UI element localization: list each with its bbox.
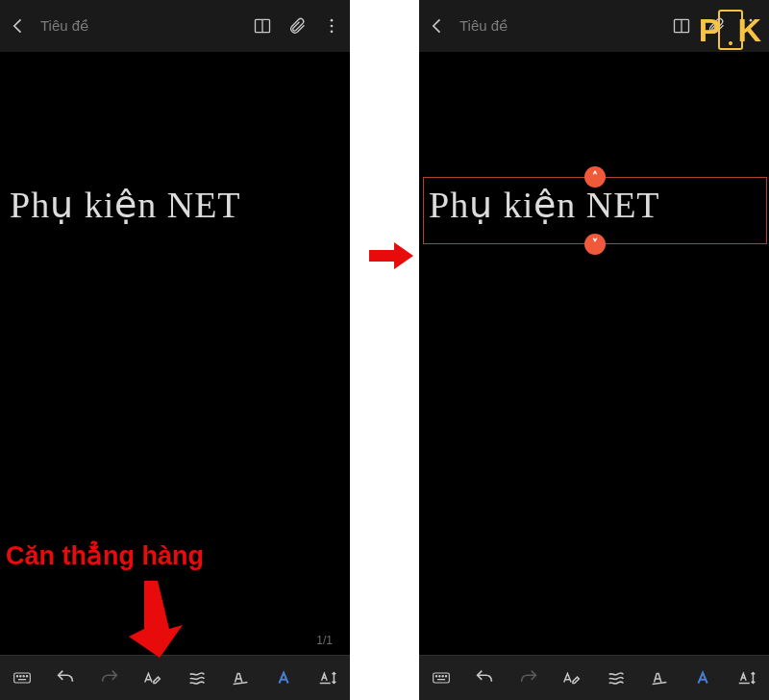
svg-point-9 <box>26 676 27 677</box>
reader-icon[interactable] <box>671 15 692 37</box>
drawing-canvas[interactable]: Phụ kiện NET ˄ ˅ <box>419 52 769 655</box>
svg-marker-27 <box>369 242 413 269</box>
svg-point-3 <box>331 25 334 28</box>
annotation-arrow-down <box>129 581 186 658</box>
note-title[interactable]: Tiêu đề <box>459 17 508 35</box>
slant-text-icon[interactable] <box>645 663 674 692</box>
selection-box[interactable]: ˄ ˅ <box>423 177 767 244</box>
svg-rect-5 <box>14 673 31 683</box>
svg-rect-18 <box>434 673 450 683</box>
note-title[interactable]: Tiêu đề <box>40 17 88 35</box>
paperclip-icon[interactable] <box>286 15 308 37</box>
bottom-toolbar <box>0 655 350 700</box>
redo-icon[interactable] <box>95 663 124 692</box>
keyboard-icon[interactable] <box>8 663 37 692</box>
more-vert-icon[interactable] <box>321 15 342 37</box>
top-bar: Tiêu đề <box>0 0 350 52</box>
svg-point-8 <box>23 676 24 677</box>
keyboard-icon[interactable] <box>427 663 456 692</box>
align-icon[interactable] <box>183 663 211 692</box>
style-a-icon[interactable] <box>689 663 718 692</box>
annotation-arrow-right <box>369 242 413 269</box>
undo-icon[interactable] <box>51 663 80 692</box>
style-a-icon[interactable] <box>270 663 299 692</box>
selection-handle-bottom[interactable]: ˅ <box>584 234 606 255</box>
watermark-badge: P K <box>699 10 761 50</box>
svg-line-24 <box>653 683 667 685</box>
svg-point-20 <box>439 676 440 677</box>
pen-text-icon[interactable] <box>558 663 586 692</box>
back-icon[interactable] <box>8 15 29 37</box>
bottom-toolbar <box>419 655 769 700</box>
comparison-stage: Tiêu đề Phụ kiện NET 1/1 <box>0 0 769 700</box>
annotation-label: Căn thẳng hàng <box>6 540 204 571</box>
back-icon[interactable] <box>427 15 448 37</box>
svg-line-11 <box>234 683 248 685</box>
redo-icon[interactable] <box>514 663 543 692</box>
svg-point-6 <box>16 676 17 677</box>
phone-after: Tiêu đề Phụ kiện NET ˄ ˅ <box>419 0 769 700</box>
svg-point-4 <box>331 31 334 34</box>
selection-handle-top[interactable]: ˄ <box>584 166 606 188</box>
baseline-icon[interactable] <box>313 663 342 692</box>
watermark-phone-icon <box>718 10 743 50</box>
page-indicator: 1/1 <box>316 634 333 647</box>
watermark-p: P <box>699 12 721 49</box>
svg-point-21 <box>442 676 443 677</box>
handwritten-text: Phụ kiện NET <box>10 187 342 223</box>
svg-marker-26 <box>129 581 183 658</box>
pen-text-icon[interactable] <box>138 663 167 692</box>
reader-icon[interactable] <box>252 15 273 37</box>
align-icon[interactable] <box>602 663 631 692</box>
undo-icon[interactable] <box>470 663 499 692</box>
svg-point-19 <box>435 676 436 677</box>
svg-point-7 <box>20 676 21 677</box>
svg-point-22 <box>445 676 446 677</box>
slant-text-icon[interactable] <box>226 663 255 692</box>
svg-point-2 <box>331 19 334 22</box>
baseline-icon[interactable] <box>732 663 761 692</box>
